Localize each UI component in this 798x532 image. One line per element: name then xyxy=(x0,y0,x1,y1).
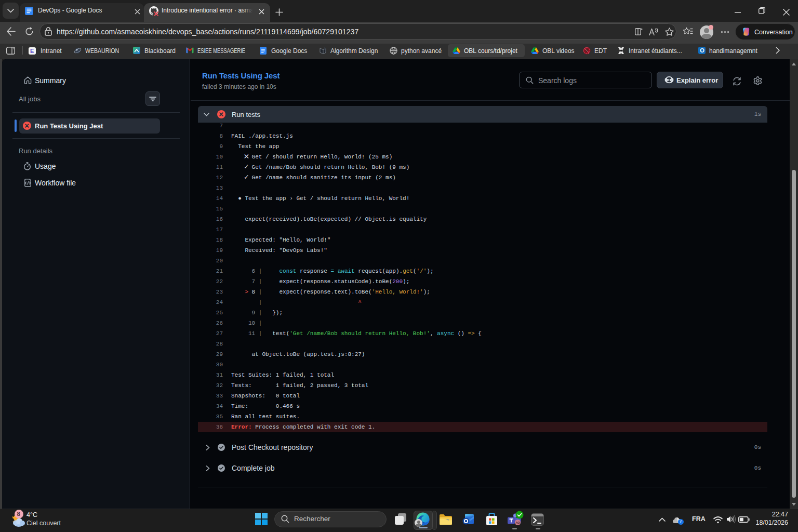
svg-text:AO: AO xyxy=(515,521,520,524)
